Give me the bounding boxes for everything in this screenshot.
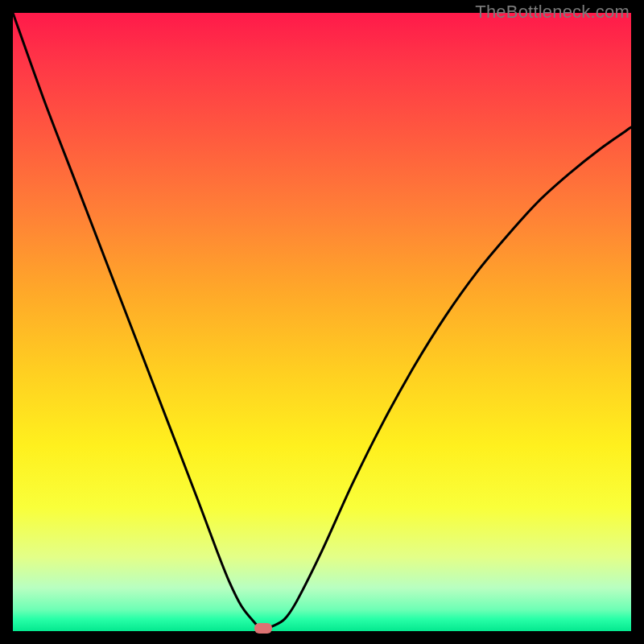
curve-svg — [13, 13, 631, 631]
chart-container: TheBottleneck.com — [0, 0, 644, 644]
bottleneck-curve — [13, 13, 631, 629]
watermark-text: TheBottleneck.com — [475, 2, 630, 23]
plot-area — [13, 13, 631, 631]
minimum-marker — [254, 623, 272, 634]
